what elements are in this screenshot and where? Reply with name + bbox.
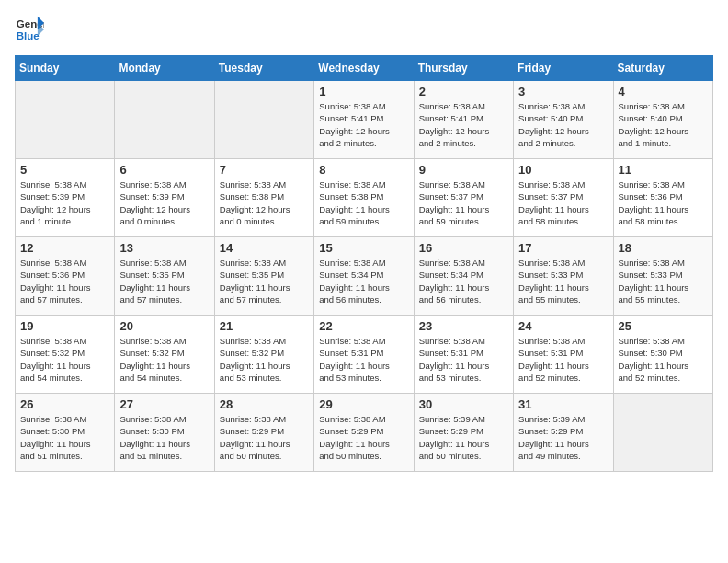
- day-info: Sunrise: 5:38 AM Sunset: 5:39 PM Dayligh…: [20, 178, 109, 227]
- calendar-cell: 25Sunrise: 5:38 AM Sunset: 5:30 PM Dayli…: [613, 316, 712, 394]
- calendar-cell: 6Sunrise: 5:38 AM Sunset: 5:39 PM Daylig…: [115, 159, 214, 237]
- weekday-header: Saturday: [613, 56, 712, 81]
- calendar-cell: 17Sunrise: 5:38 AM Sunset: 5:33 PM Dayli…: [514, 237, 613, 316]
- calendar-table: SundayMondayTuesdayWednesdayThursdayFrid…: [15, 55, 713, 472]
- day-number: 13: [119, 241, 209, 255]
- day-info: Sunrise: 5:38 AM Sunset: 5:37 PM Dayligh…: [419, 178, 508, 227]
- calendar-cell: 10Sunrise: 5:38 AM Sunset: 5:37 PM Dayli…: [514, 159, 613, 237]
- day-number: 31: [518, 397, 608, 411]
- day-number: 25: [619, 319, 708, 333]
- day-info: Sunrise: 5:38 AM Sunset: 5:38 PM Dayligh…: [319, 178, 408, 227]
- day-number: 23: [419, 319, 508, 333]
- calendar-cell: [16, 81, 115, 159]
- day-number: 5: [20, 163, 109, 177]
- calendar-cell: 21Sunrise: 5:38 AM Sunset: 5:32 PM Dayli…: [214, 316, 313, 394]
- day-info: Sunrise: 5:38 AM Sunset: 5:33 PM Dayligh…: [518, 257, 608, 305]
- day-info: Sunrise: 5:38 AM Sunset: 5:40 PM Dayligh…: [518, 100, 608, 149]
- calendar-cell: 31Sunrise: 5:39 AM Sunset: 5:29 PM Dayli…: [514, 394, 613, 472]
- calendar-cell: 3Sunrise: 5:38 AM Sunset: 5:40 PM Daylig…: [514, 81, 613, 159]
- calendar-cell: 26Sunrise: 5:38 AM Sunset: 5:30 PM Dayli…: [16, 394, 115, 472]
- day-number: 30: [419, 397, 508, 411]
- day-info: Sunrise: 5:39 AM Sunset: 5:29 PM Dayligh…: [419, 413, 508, 462]
- day-info: Sunrise: 5:38 AM Sunset: 5:35 PM Dayligh…: [119, 257, 209, 305]
- day-info: Sunrise: 5:38 AM Sunset: 5:41 PM Dayligh…: [419, 100, 508, 149]
- calendar-cell: 1Sunrise: 5:38 AM Sunset: 5:41 PM Daylig…: [314, 81, 414, 159]
- day-number: 15: [319, 241, 408, 255]
- day-info: Sunrise: 5:38 AM Sunset: 5:38 PM Dayligh…: [220, 178, 309, 227]
- day-info: Sunrise: 5:38 AM Sunset: 5:39 PM Dayligh…: [119, 178, 209, 227]
- day-info: Sunrise: 5:38 AM Sunset: 5:31 PM Dayligh…: [419, 335, 508, 384]
- calendar-cell: 22Sunrise: 5:38 AM Sunset: 5:31 PM Dayli…: [314, 316, 414, 394]
- day-number: 12: [20, 241, 109, 255]
- day-info: Sunrise: 5:38 AM Sunset: 5:36 PM Dayligh…: [20, 257, 109, 305]
- day-number: 4: [619, 85, 708, 98]
- day-info: Sunrise: 5:38 AM Sunset: 5:35 PM Dayligh…: [220, 257, 309, 305]
- weekday-header: Sunday: [16, 56, 115, 81]
- day-info: Sunrise: 5:39 AM Sunset: 5:29 PM Dayligh…: [518, 413, 608, 462]
- calendar-cell: [214, 81, 313, 159]
- weekday-header: Monday: [115, 56, 214, 81]
- day-number: 7: [220, 163, 309, 177]
- day-number: 19: [20, 319, 109, 333]
- day-info: Sunrise: 5:38 AM Sunset: 5:37 PM Dayligh…: [518, 178, 608, 227]
- day-number: 24: [518, 319, 608, 333]
- weekday-header: Tuesday: [214, 56, 313, 81]
- day-info: Sunrise: 5:38 AM Sunset: 5:32 PM Dayligh…: [220, 335, 309, 384]
- day-info: Sunrise: 5:38 AM Sunset: 5:30 PM Dayligh…: [119, 413, 209, 462]
- day-info: Sunrise: 5:38 AM Sunset: 5:31 PM Dayligh…: [319, 335, 408, 384]
- calendar-cell: [115, 81, 214, 159]
- weekday-header: Wednesday: [314, 56, 414, 81]
- calendar-cell: 19Sunrise: 5:38 AM Sunset: 5:32 PM Dayli…: [16, 316, 115, 394]
- page-header: General Blue: [15, 15, 713, 44]
- calendar-cell: 18Sunrise: 5:38 AM Sunset: 5:33 PM Dayli…: [613, 237, 712, 316]
- calendar-cell: [613, 394, 712, 472]
- weekday-header: Thursday: [414, 56, 513, 81]
- calendar-cell: 24Sunrise: 5:38 AM Sunset: 5:31 PM Dayli…: [514, 316, 613, 394]
- calendar-cell: 9Sunrise: 5:38 AM Sunset: 5:37 PM Daylig…: [414, 159, 513, 237]
- calendar-cell: 12Sunrise: 5:38 AM Sunset: 5:36 PM Dayli…: [16, 237, 115, 316]
- day-info: Sunrise: 5:38 AM Sunset: 5:30 PM Dayligh…: [20, 413, 109, 462]
- calendar-cell: 23Sunrise: 5:38 AM Sunset: 5:31 PM Dayli…: [414, 316, 513, 394]
- day-info: Sunrise: 5:38 AM Sunset: 5:29 PM Dayligh…: [319, 413, 408, 462]
- day-number: 26: [20, 397, 109, 411]
- day-number: 3: [518, 85, 608, 98]
- day-number: 29: [319, 397, 408, 411]
- svg-text:Blue: Blue: [17, 30, 40, 41]
- day-number: 28: [220, 397, 309, 411]
- calendar-cell: 30Sunrise: 5:39 AM Sunset: 5:29 PM Dayli…: [414, 394, 513, 472]
- logo: General Blue: [15, 15, 44, 44]
- day-info: Sunrise: 5:38 AM Sunset: 5:32 PM Dayligh…: [20, 335, 109, 384]
- day-number: 8: [319, 163, 408, 177]
- calendar-cell: 16Sunrise: 5:38 AM Sunset: 5:34 PM Dayli…: [414, 237, 513, 316]
- day-number: 20: [119, 319, 209, 333]
- day-number: 18: [619, 241, 708, 255]
- day-number: 10: [518, 163, 608, 177]
- calendar-cell: 5Sunrise: 5:38 AM Sunset: 5:39 PM Daylig…: [16, 159, 115, 237]
- day-number: 11: [619, 163, 708, 177]
- calendar-cell: 29Sunrise: 5:38 AM Sunset: 5:29 PM Dayli…: [314, 394, 414, 472]
- day-number: 22: [319, 319, 408, 333]
- calendar-cell: 28Sunrise: 5:38 AM Sunset: 5:29 PM Dayli…: [214, 394, 313, 472]
- day-number: 1: [319, 85, 408, 98]
- day-info: Sunrise: 5:38 AM Sunset: 5:30 PM Dayligh…: [619, 335, 708, 384]
- day-number: 27: [119, 397, 209, 411]
- calendar-cell: 11Sunrise: 5:38 AM Sunset: 5:36 PM Dayli…: [613, 159, 712, 237]
- day-number: 6: [119, 163, 209, 177]
- day-info: Sunrise: 5:38 AM Sunset: 5:36 PM Dayligh…: [619, 178, 708, 227]
- day-info: Sunrise: 5:38 AM Sunset: 5:32 PM Dayligh…: [119, 335, 209, 384]
- day-info: Sunrise: 5:38 AM Sunset: 5:41 PM Dayligh…: [319, 100, 408, 149]
- day-number: 9: [419, 163, 508, 177]
- day-info: Sunrise: 5:38 AM Sunset: 5:29 PM Dayligh…: [220, 413, 309, 462]
- calendar-cell: 7Sunrise: 5:38 AM Sunset: 5:38 PM Daylig…: [214, 159, 313, 237]
- calendar-cell: 27Sunrise: 5:38 AM Sunset: 5:30 PM Dayli…: [115, 394, 214, 472]
- calendar-cell: 4Sunrise: 5:38 AM Sunset: 5:40 PM Daylig…: [613, 81, 712, 159]
- day-number: 2: [419, 85, 508, 98]
- day-number: 14: [220, 241, 309, 255]
- day-number: 16: [419, 241, 508, 255]
- day-info: Sunrise: 5:38 AM Sunset: 5:31 PM Dayligh…: [518, 335, 608, 384]
- day-number: 21: [220, 319, 309, 333]
- weekday-header: Friday: [514, 56, 613, 81]
- calendar-cell: 8Sunrise: 5:38 AM Sunset: 5:38 PM Daylig…: [314, 159, 414, 237]
- calendar-cell: 2Sunrise: 5:38 AM Sunset: 5:41 PM Daylig…: [414, 81, 513, 159]
- calendar-cell: 15Sunrise: 5:38 AM Sunset: 5:34 PM Dayli…: [314, 237, 414, 316]
